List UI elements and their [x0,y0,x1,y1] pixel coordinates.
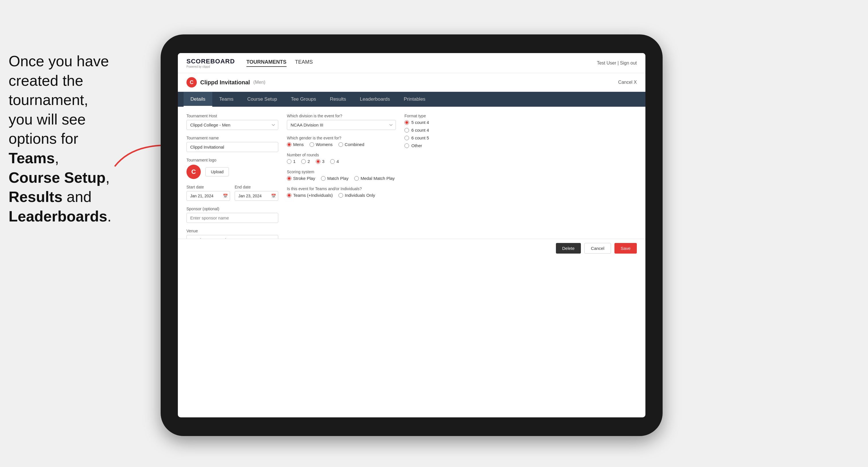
text-line-4: you will see [9,111,86,128]
format-6count5-radio[interactable] [404,136,409,140]
teams-radio-group: Teams (+Individuals) Individuals Only [287,193,396,198]
scoring-stroke-label: Stroke Play [293,176,315,181]
format-5count4-radio[interactable] [404,120,409,125]
end-date-icon: 📅 [271,194,276,198]
division-group: Which division is the event for? NCAA Di… [287,114,396,130]
rounds-2[interactable]: 2 [301,159,310,164]
individuals-only[interactable]: Individuals Only [339,193,375,198]
user-info[interactable]: Test User | Sign out [597,61,637,66]
start-date-wrap: 📅 [186,191,230,201]
gender-mens-label: Mens [293,142,304,147]
logo-preview: C [186,165,201,179]
text-line-3: tournament, [9,92,88,108]
rounds-4[interactable]: 4 [330,159,339,164]
scoring-match-radio[interactable] [321,176,326,181]
tournament-tag: (Men) [253,80,265,85]
logo-text: SCOREBOARD [186,58,235,65]
scoring-match-label: Match Play [327,176,348,181]
tournament-logo-group: Tournament logo C Upload [186,158,278,179]
tournament-header: C Clippd Invitational (Men) Cancel X [178,73,645,92]
text-bold-course: Course Setup [9,169,105,186]
tab-course-setup[interactable]: Course Setup [240,92,284,107]
gender-womens-label: Womens [316,142,333,147]
teams-plus-individuals[interactable]: Teams (+Individuals) [287,193,333,198]
start-date-label: Start date [186,185,230,189]
gender-combined[interactable]: Combined [339,142,364,147]
logo-sub: Powered by clippd [186,65,235,68]
rounds-4-radio[interactable] [330,159,335,164]
rounds-3-radio[interactable] [316,159,320,164]
sponsor-label: Sponsor (optional) [186,207,278,211]
gender-mens[interactable]: Mens [287,142,304,147]
format-label: Format type [404,114,479,118]
tab-details[interactable]: Details [184,92,212,107]
gender-radio-group: Mens Womens Combined [287,142,396,147]
sponsor-input[interactable] [186,213,278,223]
scoring-radio-group: Stroke Play Match Play Medal Match Play [287,176,396,181]
right-column: Format type 5 count 4 6 count 4 6 count … [404,114,479,251]
tournament-name-input[interactable] [186,142,278,152]
format-other[interactable]: Other [404,143,479,148]
logo-area: SCOREBOARD Powered by clippd [186,58,235,68]
save-button[interactable]: Save [614,243,637,254]
main-content-area: Tournament Host Clippd College - Men Tou… [178,107,645,258]
delete-button[interactable]: Delete [556,243,581,254]
tab-tee-groups[interactable]: Tee Groups [284,92,323,107]
tab-teams[interactable]: Teams [212,92,240,107]
rounds-1-radio[interactable] [287,159,291,164]
teams-plus-radio[interactable] [287,193,291,198]
cancel-button[interactable]: Cancel [584,243,611,254]
gender-womens-radio[interactable] [310,142,314,147]
scoring-match[interactable]: Match Play [321,176,348,181]
format-group: Format type 5 count 4 6 count 4 6 count … [404,114,479,148]
format-6count5[interactable]: 6 count 5 [404,135,479,140]
rounds-3-label: 3 [322,159,324,164]
scoring-medal-radio[interactable] [354,176,359,181]
upload-logo-button[interactable]: Upload [206,167,229,177]
tab-printables[interactable]: Printables [397,92,433,107]
sponsor-group: Sponsor (optional) [186,207,278,223]
tournament-name: Clippd Invitational [200,79,250,86]
gender-group: Which gender is the event for? Mens Wome… [287,136,396,147]
tournament-icon: C [186,77,197,88]
tablet-screen: SCOREBOARD Powered by clippd TOURNAMENTS… [178,53,645,417]
format-5count4[interactable]: 5 count 4 [404,120,479,125]
end-date-wrap: 📅 [235,191,278,201]
individuals-only-label: Individuals Only [345,193,375,198]
teams-plus-label: Teams (+Individuals) [293,193,333,198]
tab-results[interactable]: Results [323,92,353,107]
text-line-5: options for [9,130,78,147]
text-line-2: created the [9,72,83,89]
scoring-group: Scoring system Stroke Play Match Play [287,169,396,181]
dates-group: Start date 📅 End date 📅 [186,185,278,201]
gender-label: Which gender is the event for? [287,136,396,140]
rounds-2-label: 2 [308,159,310,164]
logo-upload-row: C Upload [186,165,278,179]
tab-leaderboards[interactable]: Leaderboards [353,92,397,107]
rounds-3[interactable]: 3 [316,159,324,164]
teams-group: Is this event for Teams and/or Individua… [287,186,396,198]
rounds-1[interactable]: 1 [287,159,296,164]
date-row: Start date 📅 End date 📅 [186,185,278,201]
tournament-host-select[interactable]: Clippd College - Men [186,120,278,130]
division-select[interactable]: NCAA Division III [287,120,396,130]
nav-teams[interactable]: TEAMS [295,59,313,67]
gender-womens[interactable]: Womens [310,142,333,147]
cancel-tournament-button[interactable]: Cancel X [618,80,637,85]
format-6count4[interactable]: 6 count 4 [404,128,479,132]
gender-mens-radio[interactable] [287,142,291,147]
individuals-only-radio[interactable] [339,193,343,198]
format-other-radio[interactable] [404,144,409,148]
nav-tournaments[interactable]: TOURNAMENTS [246,59,286,67]
gender-combined-radio[interactable] [339,142,343,147]
rounds-2-radio[interactable] [301,159,306,164]
end-date-group: End date 📅 [235,185,278,201]
rounds-4-label: 4 [337,159,339,164]
scoring-stroke[interactable]: Stroke Play [287,176,315,181]
start-date-icon: 📅 [223,194,228,198]
rounds-group: Number of rounds 1 2 [287,153,396,164]
scoring-medal[interactable]: Medal Match Play [354,176,395,181]
scoring-stroke-radio[interactable] [287,176,291,181]
format-6count4-radio[interactable] [404,128,409,132]
tabs-bar: Details Teams Course Setup Tee Groups Re… [178,92,645,107]
